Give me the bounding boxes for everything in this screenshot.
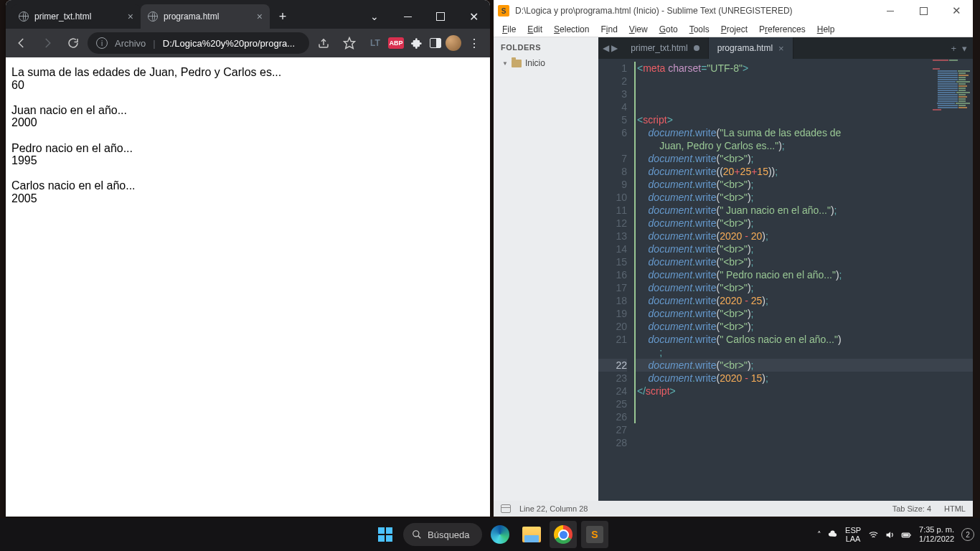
window-title: D:\Logica y pro\programa.html (Inicio) -… — [515, 6, 793, 16]
search-icon — [412, 529, 422, 540]
url-path: D:/Logica%20y%20pro/progra... — [163, 38, 295, 49]
chrome-window: primer_txt.html × programa.html × + ⌄ ✕ … — [6, 0, 490, 517]
onedrive-icon[interactable] — [827, 529, 838, 540]
menu-bar: File Edit Selection Find View Goto Tools… — [494, 22, 973, 37]
menu-view[interactable]: View — [623, 23, 654, 36]
folder-icon — [512, 60, 522, 67]
cursor-position[interactable]: Line 22, Column 28 — [519, 504, 588, 513]
globe-icon — [148, 11, 158, 22]
clock[interactable]: 7:35 p. m. 1/12/2022 — [919, 525, 954, 544]
menu-help[interactable]: Help — [811, 23, 841, 36]
panel-switcher-icon[interactable] — [501, 504, 511, 513]
tab-size[interactable]: Tab Size: 4 — [892, 504, 931, 513]
window-controls: ✕ — [874, 0, 973, 22]
lt-extension-icon[interactable]: LT — [367, 34, 384, 52]
bookmark-button[interactable] — [338, 32, 361, 55]
editor-tab-primer[interactable]: primer_txt.html — [622, 37, 708, 59]
output-line: 2005 — [11, 192, 484, 205]
code-content[interactable]: <meta charset="UTF-8"> <script> document… — [634, 59, 973, 501]
language-indicator[interactable]: ESP LAA — [845, 526, 861, 543]
folder-label: Inicio — [525, 58, 545, 68]
tab-label: primer_txt.html — [34, 11, 122, 22]
tab-label: programa.html — [164, 11, 251, 22]
output-line: 60 — [11, 79, 484, 92]
browser-tab-primer[interactable]: primer_txt.html × — [11, 4, 141, 29]
window-controls: ⌄ ✕ — [358, 4, 490, 29]
menu-tools[interactable]: Tools — [684, 23, 715, 36]
network-sound-battery[interactable] — [868, 529, 912, 540]
menu-preferences[interactable]: Preferences — [753, 23, 811, 36]
menu-selection[interactable]: Selection — [548, 23, 595, 36]
modified-dot-icon — [694, 45, 699, 51]
taskbar: Búsqueda S ˄ ESP LAA 7:35 p. m. 1/12/202… — [0, 518, 980, 551]
minimap[interactable] — [930, 59, 973, 202]
taskbar-edge[interactable] — [486, 521, 514, 548]
close-icon[interactable]: × — [257, 11, 263, 22]
editor-tab-programa[interactable]: programa.html × — [709, 37, 793, 59]
line-gutter: 1234567891011121314151617181920212223242… — [598, 59, 634, 501]
chrome-menu-button[interactable]: ⋮ — [466, 34, 483, 52]
svg-line-3 — [418, 536, 421, 539]
notifications-button[interactable]: 2 — [961, 528, 974, 541]
extensions-area: LT ABP ⋮ — [364, 34, 486, 52]
chrome-tabs: primer_txt.html × programa.html × + — [11, 4, 358, 29]
maximize-button[interactable] — [907, 0, 940, 22]
tray-overflow-icon[interactable]: ˄ — [817, 530, 821, 540]
new-tab-button[interactable]: + — [951, 43, 956, 54]
taskbar-chrome[interactable] — [550, 521, 577, 548]
output-line: Juan nacio en el año... — [11, 104, 484, 117]
menu-goto[interactable]: Goto — [654, 23, 684, 36]
close-button[interactable]: ✕ — [940, 0, 973, 22]
start-button[interactable] — [372, 521, 399, 548]
taskbar-sublime[interactable]: S — [581, 521, 608, 548]
maximize-button[interactable] — [424, 4, 457, 29]
info-icon: i — [96, 37, 108, 49]
menu-file[interactable]: File — [496, 23, 522, 36]
status-bar: Line 22, Column 28 Tab Size: 4 HTML — [494, 501, 973, 517]
output-line: La suma de las edades de Juan, Pedro y C… — [11, 66, 484, 79]
sublime-body: FOLDERS ▼ Inicio ◀ ▶ primer_txt.html pro… — [494, 37, 973, 501]
minimize-button[interactable] — [874, 0, 907, 22]
sublime-titlebar[interactable]: S D:\Logica y pro\programa.html (Inicio)… — [494, 0, 973, 22]
battery-icon — [901, 529, 912, 540]
tab-dropdown-button[interactable]: ▾ — [962, 43, 967, 54]
taskbar-search[interactable]: Búsqueda — [403, 523, 482, 546]
search-placeholder: Búsqueda — [428, 529, 470, 540]
syntax-mode[interactable]: HTML — [944, 504, 966, 513]
output-line: 1995 — [11, 154, 484, 167]
menu-edit[interactable]: Edit — [522, 23, 548, 36]
reload-button[interactable] — [62, 32, 85, 55]
close-button[interactable]: ✕ — [457, 4, 490, 29]
sublime-logo-icon: S — [498, 5, 509, 17]
extensions-button[interactable] — [408, 34, 425, 52]
tab-search-button[interactable]: ⌄ — [358, 4, 391, 29]
tab-actions: + ▾ — [945, 37, 973, 59]
svg-point-2 — [413, 531, 419, 537]
address-bar[interactable]: i Archivo | D:/Logica%20y%20pro/progra..… — [88, 32, 309, 54]
close-icon[interactable]: × — [128, 11, 133, 22]
abp-extension-icon[interactable]: ABP — [388, 37, 404, 49]
minimize-button[interactable] — [391, 4, 424, 29]
separator: | — [153, 38, 155, 49]
new-tab-button[interactable]: + — [273, 6, 293, 27]
forward-button[interactable] — [36, 32, 59, 55]
menu-find[interactable]: Find — [595, 23, 623, 36]
close-icon[interactable]: × — [778, 43, 784, 54]
tab-history-nav[interactable]: ◀ ▶ — [598, 37, 622, 59]
sidebar-folder-inicio[interactable]: ▼ Inicio — [494, 56, 598, 70]
menu-project[interactable]: Project — [715, 23, 753, 36]
globe-icon — [19, 11, 29, 22]
tab-label: programa.html — [717, 43, 773, 53]
sublime-window: S D:\Logica y pro\programa.html (Inicio)… — [494, 0, 973, 517]
taskbar-explorer[interactable] — [518, 521, 545, 548]
code-area[interactable]: 1234567891011121314151617181920212223242… — [598, 59, 973, 501]
browser-tab-programa[interactable]: programa.html × — [141, 4, 270, 29]
output-line: 2000 — [11, 116, 484, 129]
back-button[interactable] — [10, 32, 33, 55]
profile-avatar[interactable] — [446, 35, 461, 51]
share-button[interactable] — [312, 32, 335, 55]
side-panel-button[interactable] — [430, 38, 441, 48]
url-prefix: Archivo — [115, 38, 146, 49]
svg-rect-6 — [903, 534, 909, 536]
system-tray[interactable]: ˄ — [817, 529, 838, 540]
